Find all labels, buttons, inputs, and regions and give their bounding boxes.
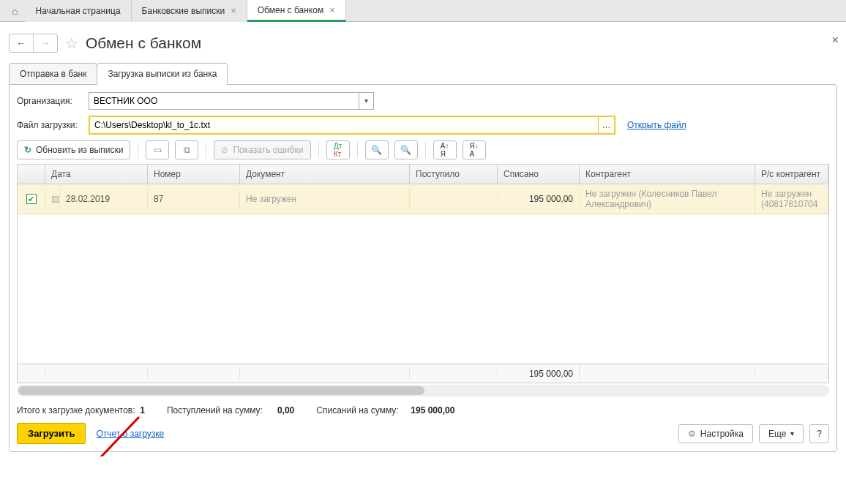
row-checkbox[interactable]: ✔ xyxy=(18,189,45,209)
h-scrollbar[interactable] xyxy=(17,385,829,396)
summary-out: Списаний на сумму: 195 000,00 xyxy=(316,405,454,415)
col-check[interactable] xyxy=(18,165,45,184)
search-icon: 🔍 xyxy=(371,145,382,155)
refresh-icon: ↻ xyxy=(24,145,31,155)
copy-icon: ⧉ xyxy=(184,145,190,155)
col-out[interactable]: Списано xyxy=(498,165,580,184)
data-grid: Дата Номер Документ Поступило Списано Ко… xyxy=(17,164,829,383)
file-input[interactable] xyxy=(90,120,598,130)
error-icon: ⊘ xyxy=(221,145,228,155)
favorite-icon[interactable]: ☆ xyxy=(65,34,78,52)
dropdown-icon[interactable]: ▾ xyxy=(359,93,373,109)
close-page-icon[interactable]: × xyxy=(832,34,839,47)
cell-num: 87 xyxy=(148,189,240,208)
card-icon: ▭ xyxy=(154,145,162,155)
separator xyxy=(357,142,358,158)
cell-in xyxy=(410,195,498,203)
file-input-box[interactable]: … xyxy=(89,116,615,135)
show-errors-button: ⊘ Показать ошибки xyxy=(214,140,310,159)
settings-button[interactable]: ⚙ Настройка xyxy=(678,424,753,443)
col-contr[interactable]: Контрагент xyxy=(580,165,755,184)
toolbar: ↻ Обновить из выписки ▭ ⧉ ⊘ Показать оши… xyxy=(17,140,829,159)
separator xyxy=(138,142,138,158)
doc-icon: ▤ xyxy=(45,189,60,208)
footer-out: 195 000,00 xyxy=(498,364,580,383)
page-title: Обмен с банком xyxy=(86,34,201,52)
help-button[interactable]: ? xyxy=(809,424,829,443)
sub-tab-bar: Отправка в банк Загрузка выписки из банк… xyxy=(9,63,837,85)
sort-asc-icon: А↑Я xyxy=(441,142,449,158)
refresh-button[interactable]: ↻ Обновить из выписки xyxy=(17,140,130,159)
summary-in: Поступлений на сумму: 0,00 xyxy=(167,405,294,415)
search-button[interactable]: 🔍 xyxy=(365,140,389,159)
grid-header: Дата Номер Документ Поступило Списано Ко… xyxy=(18,165,828,184)
scroll-thumb[interactable] xyxy=(18,386,424,395)
chevron-down-icon: ▾ xyxy=(790,429,794,437)
summary-docs: Итого к загрузке документов: 1 xyxy=(17,405,145,415)
report-link[interactable]: Отчет о загрузке xyxy=(96,429,164,439)
copy-button[interactable]: ⧉ xyxy=(175,140,198,159)
content-panel: Организация: ▾ Файл загрузки: … Открыть … xyxy=(9,84,837,452)
org-input[interactable] xyxy=(89,96,359,106)
top-tab-bar: ⌂ Начальная страница Банковские выписки … xyxy=(0,0,846,22)
gear-icon: ⚙ xyxy=(688,429,696,439)
dtkt-icon: ДтКт xyxy=(334,142,342,158)
home-icon[interactable]: ⌂ xyxy=(4,5,25,17)
summary-row: Итого к загрузке документов: 1 Поступлен… xyxy=(17,405,829,415)
separator xyxy=(206,142,206,158)
search-clear-icon: 🔍 xyxy=(400,145,411,155)
page-header: ← → ☆ Обмен с банком xyxy=(9,26,837,63)
sort-desc-icon: Я↓А xyxy=(469,142,478,158)
col-in[interactable]: Поступило xyxy=(410,165,498,184)
cell-date: 28.02.2019 xyxy=(60,189,148,208)
org-row: Организация: ▾ xyxy=(17,92,829,110)
sort-desc-button[interactable]: Я↓А xyxy=(463,140,486,159)
nav-back-button[interactable]: ← xyxy=(10,34,33,52)
tab-label: Начальная страница xyxy=(35,6,120,16)
tab-label: Банковские выписки xyxy=(142,6,225,16)
cell-contr: Не загружен (Колесников Павел Александро… xyxy=(580,184,755,214)
sort-asc-button[interactable]: А↑Я xyxy=(433,140,457,159)
separator xyxy=(425,142,426,158)
tab-exchange[interactable]: Обмен с банком × xyxy=(247,0,346,22)
browse-button[interactable]: … xyxy=(598,117,614,133)
nav-arrows: ← → xyxy=(9,34,58,53)
subtab-send[interactable]: Отправка в банк xyxy=(9,63,97,85)
close-icon[interactable]: × xyxy=(329,4,335,15)
subtab-load[interactable]: Загрузка выписки из банка xyxy=(97,63,228,85)
separator xyxy=(318,142,319,158)
tab-label: Обмен с банком xyxy=(258,5,323,15)
tab-home[interactable]: Начальная страница xyxy=(25,0,131,22)
file-label: Файл загрузки: xyxy=(17,120,84,130)
refresh-label: Обновить из выписки xyxy=(36,145,123,155)
col-acc[interactable]: Р/с контрагент xyxy=(755,165,828,184)
dtkt-button[interactable]: ДтКт xyxy=(326,140,350,159)
org-label: Организация: xyxy=(17,96,84,106)
col-num[interactable]: Номер xyxy=(148,165,240,184)
open-file-link[interactable]: Открыть файл xyxy=(627,120,686,130)
search-clear-button[interactable]: 🔍 xyxy=(394,140,418,159)
card-button[interactable]: ▭ xyxy=(146,140,169,159)
bottom-toolbar: Загрузить Отчет о загрузке ⚙ Настройка Е… xyxy=(17,423,829,444)
table-row[interactable]: ✔ ▤ 28.02.2019 87 Не загружен 195 000,00… xyxy=(18,184,828,214)
close-icon[interactable]: × xyxy=(231,5,236,16)
cell-doc: Не загружен xyxy=(240,189,410,208)
nav-forward-button[interactable]: → xyxy=(33,34,57,52)
errors-label: Показать ошибки xyxy=(233,145,303,155)
more-button[interactable]: Еще ▾ xyxy=(759,424,804,443)
cell-out: 195 000,00 xyxy=(498,189,580,208)
file-row: Файл загрузки: … Открыть файл xyxy=(17,116,829,135)
org-select[interactable]: ▾ xyxy=(89,92,374,110)
load-button[interactable]: Загрузить xyxy=(17,423,86,444)
col-date[interactable]: Дата xyxy=(45,165,148,184)
tab-statements[interactable]: Банковские выписки × xyxy=(132,0,247,22)
page-body: × ← → ☆ Обмен с банком Отправка в банк З… xyxy=(0,22,846,456)
grid-body: ✔ ▤ 28.02.2019 87 Не загружен 195 000,00… xyxy=(18,184,828,364)
grid-footer: 195 000,00 xyxy=(18,364,828,383)
cell-acc: Не загружен (40817810704 xyxy=(755,184,828,214)
col-doc[interactable]: Документ xyxy=(240,165,410,184)
